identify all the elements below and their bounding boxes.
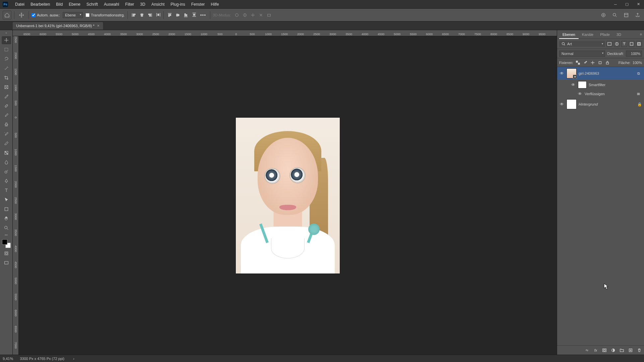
document-image[interactable] xyxy=(236,118,340,274)
filter-text-button[interactable] xyxy=(621,41,627,47)
menu-auswahl[interactable]: Auswahl xyxy=(101,0,122,9)
canvas[interactable] xyxy=(19,36,557,355)
menu-schrift[interactable]: Schrift xyxy=(84,0,101,9)
foreground-color[interactable] xyxy=(2,239,7,245)
lock-pixels-button[interactable] xyxy=(583,60,588,65)
brush-tool[interactable] xyxy=(2,111,11,119)
distribute-v-button[interactable] xyxy=(192,12,197,18)
hand-tool[interactable] xyxy=(2,215,11,223)
status-doc-info[interactable]: 3300 Px x 4765 Px (72 ppi) xyxy=(20,357,64,361)
zoom-tool[interactable] xyxy=(2,224,11,232)
filter-blending-options-icon[interactable]: 〓 xyxy=(637,92,642,97)
layer-name[interactable]: girl-2406963 xyxy=(579,71,635,75)
clone-tool[interactable] xyxy=(2,121,11,129)
move-tool[interactable] xyxy=(2,36,11,44)
align-top-button[interactable] xyxy=(166,12,173,18)
layer-fx-button[interactable]: fx xyxy=(593,348,598,353)
blur-tool[interactable] xyxy=(2,158,11,166)
eraser-tool[interactable] xyxy=(2,139,11,147)
history-brush-tool[interactable] xyxy=(2,130,11,138)
lock-artboard-button[interactable] xyxy=(597,60,603,65)
menu-fenster[interactable]: Fenster xyxy=(188,0,208,9)
document-tab-close[interactable]: × xyxy=(97,22,100,29)
filter-name[interactable]: Verflüssigen xyxy=(585,92,635,96)
tools-collapse-toggle[interactable]: » xyxy=(5,32,7,35)
gradient-tool[interactable] xyxy=(2,149,11,157)
opacity-input[interactable]: 100% xyxy=(626,51,642,57)
filter-pixel-button[interactable] xyxy=(606,41,612,47)
layer-row-smartfilter[interactable]: 👁 Smartfilter xyxy=(557,80,644,90)
align-right-button[interactable] xyxy=(147,12,153,18)
cloud-docs-button[interactable] xyxy=(600,11,607,19)
layer-group-button[interactable] xyxy=(619,348,625,353)
layer-mask-button[interactable] xyxy=(602,348,607,353)
screen-mode-button[interactable] xyxy=(2,259,11,267)
layer-thumbnail[interactable] xyxy=(567,99,577,109)
layer-visibility-toggle[interactable]: 👁 xyxy=(559,102,565,107)
menu-hilfe[interactable]: Hilfe xyxy=(208,0,222,9)
menu-plugins[interactable]: Plug-ins xyxy=(168,0,188,9)
eyedropper-tool[interactable] xyxy=(2,93,11,101)
menu-ansicht[interactable]: Ansicht xyxy=(148,0,167,9)
share-button[interactable] xyxy=(634,11,641,19)
blend-mode-dropdown[interactable]: Normal xyxy=(559,51,605,57)
link-layers-button[interactable] xyxy=(584,348,590,353)
lasso-tool[interactable] xyxy=(2,55,11,63)
transform-controls-check-input[interactable] xyxy=(86,13,90,17)
path-select-tool[interactable] xyxy=(2,196,11,204)
auto-select-checkbox[interactable]: Autom. ausw.: xyxy=(32,13,60,17)
auto-select-target-dropdown[interactable]: Ebene xyxy=(63,12,83,18)
layer-locked-icon[interactable]: 🔒 xyxy=(637,102,642,107)
layer-visibility-toggle[interactable]: 👁 xyxy=(559,71,565,76)
filter-adjustment-button[interactable] xyxy=(614,41,620,47)
home-button[interactable] xyxy=(3,11,11,19)
dodge-tool[interactable] xyxy=(2,168,11,176)
ruler-horizontal[interactable]: 6500600055005000450040003500300025002000… xyxy=(13,30,557,36)
status-info-chevron[interactable]: › xyxy=(73,357,74,361)
filter-shape-button[interactable] xyxy=(629,41,635,47)
layer-row-girl[interactable]: 👁 ▣ girl-2406963 ⧉ xyxy=(557,67,644,80)
tab-3d[interactable]: 3D xyxy=(613,30,625,39)
window-maximize-button[interactable]: ▢ xyxy=(621,0,633,9)
layer-name[interactable]: Hintergrund xyxy=(579,102,635,106)
marquee-tool[interactable] xyxy=(2,46,11,54)
menu-filter[interactable]: Filter xyxy=(122,0,137,9)
tab-ebenen[interactable]: Ebenen xyxy=(559,30,579,39)
menu-datei[interactable]: Datei xyxy=(12,0,28,9)
layer-row-liquify-filter[interactable]: 👁 Verflüssigen 〓 xyxy=(557,90,644,98)
pen-tool[interactable] xyxy=(2,177,11,185)
layer-filter-type-dropdown[interactable]: Art ▾ xyxy=(559,41,605,47)
lock-position-button[interactable] xyxy=(590,60,595,65)
text-tool[interactable] xyxy=(2,186,11,194)
ruler-vertical[interactable]: 2500200015001000500050010001500200025003… xyxy=(13,36,19,355)
frame-tool[interactable] xyxy=(2,83,11,91)
edit-toolbar-button[interactable]: ••• xyxy=(5,233,7,237)
color-swatches[interactable] xyxy=(2,239,11,248)
menu-3d[interactable]: 3D xyxy=(137,0,148,9)
search-button[interactable] xyxy=(611,11,619,19)
auto-select-check-input[interactable] xyxy=(32,13,36,17)
shape-tool[interactable] xyxy=(2,205,11,213)
status-zoom[interactable]: 9,41% xyxy=(3,357,13,361)
crop-tool[interactable] xyxy=(2,74,11,82)
transform-controls-checkbox[interactable]: Transformationsstrg. xyxy=(86,13,124,17)
layer-thumbnail[interactable]: ▣ xyxy=(567,68,577,78)
align-left-button[interactable] xyxy=(130,12,137,18)
layer-visibility-toggle[interactable]: 👁 xyxy=(571,82,576,87)
healing-tool[interactable] xyxy=(2,102,11,110)
filter-mask-thumbnail[interactable] xyxy=(578,81,587,88)
document-tab[interactable]: Unbenannt-1 bei 9,41% (girl-2406963, RGB… xyxy=(13,22,103,29)
window-minimize-button[interactable]: ─ xyxy=(610,0,621,9)
filter-visibility-toggle[interactable]: 👁 xyxy=(577,92,583,96)
adjustment-layer-button[interactable] xyxy=(610,348,616,353)
align-bottom-button[interactable] xyxy=(182,12,189,18)
workspace-button[interactable] xyxy=(623,11,630,19)
delete-layer-button[interactable] xyxy=(637,348,642,353)
distribute-h-button[interactable] xyxy=(156,12,161,18)
layer-row-background[interactable]: 👁 Hintergrund 🔒 xyxy=(557,98,644,111)
align-center-h-button[interactable] xyxy=(139,12,145,18)
new-layer-button[interactable] xyxy=(628,348,633,353)
fill-input[interactable]: 100% xyxy=(633,61,642,65)
lock-all-button[interactable] xyxy=(605,60,610,65)
magic-wand-tool[interactable] xyxy=(2,64,11,72)
